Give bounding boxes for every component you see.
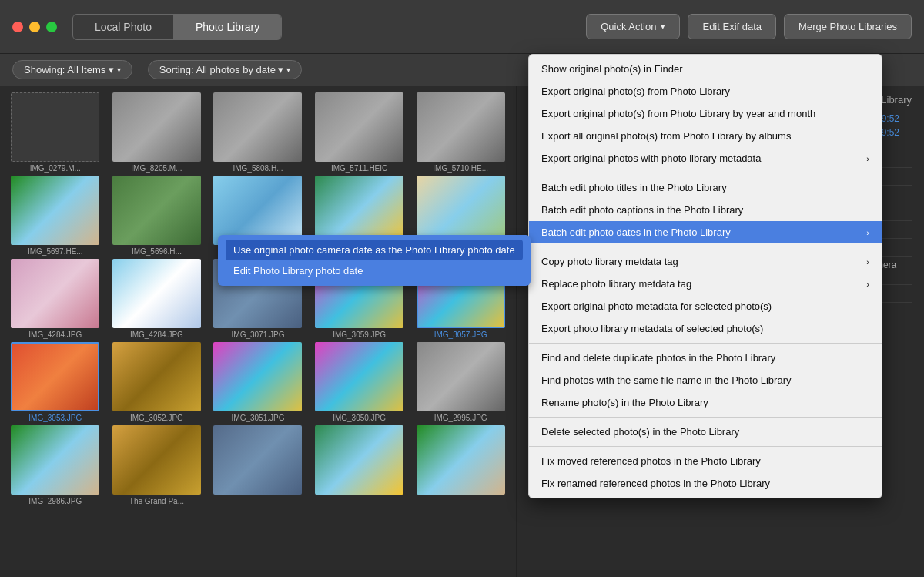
menu-item[interactable]: Copy photo library metdata tag›	[529, 250, 882, 273]
photo-label: IMG_3057.JPG	[434, 330, 487, 339]
merge-libraries-button[interactable]: Merge Photo Libraries	[784, 14, 912, 39]
sub-popup-item-edit-date[interactable]: Edit Photo Library photo date	[226, 260, 523, 281]
menu-item[interactable]: Find photos with the same file name in t…	[529, 369, 882, 391]
minimize-button[interactable]	[29, 22, 40, 32]
menu-item[interactable]: Fix renamed referenced photos in the Pho…	[529, 472, 882, 495]
tab-photo-library[interactable]: Photo Library	[174, 15, 281, 39]
close-button[interactable]	[12, 22, 23, 32]
tab-local-photo[interactable]: Local Photo	[73, 15, 174, 39]
batch-date-submenu: Use original photo camera date as the Ph…	[218, 235, 531, 286]
title-bar: Local Photo Photo Library Quick Action E…	[0, 0, 924, 54]
menu-item[interactable]: Delete selected photo(s) in the Photo Li…	[529, 421, 882, 443]
photo-item[interactable]	[310, 425, 409, 505]
traffic-lights	[12, 22, 57, 32]
menu-item[interactable]: Replace photo library metdata tag›	[529, 273, 882, 295]
photo-item[interactable]: IMG_0279.M...	[6, 92, 105, 173]
photo-label: IMG_3052.JPG	[130, 414, 183, 422]
photo-label: IMG_5710.HE...	[433, 164, 488, 173]
photo-item[interactable]: IMG_4284.JPG	[6, 259, 105, 339]
photo-item[interactable]	[411, 425, 510, 505]
photo-label: IMG_5711.HEIC	[331, 164, 387, 173]
photo-label: IMG_0279.M...	[30, 164, 81, 173]
menu-item[interactable]: Fix moved referenced photos in the Photo…	[529, 450, 882, 472]
photo-label: IMG_8205.M...	[131, 164, 182, 173]
photo-item[interactable]: IMG_4284.JPG	[108, 259, 206, 339]
menu-item[interactable]: Show original photo(s) in Finder	[529, 58, 882, 80]
quick-action-dropdown: Show original photo(s) in FinderExport o…	[528, 54, 882, 498]
menu-separator	[529, 173, 882, 173]
submenu-arrow-icon: ›	[866, 228, 869, 237]
menu-item[interactable]: Batch edit photo dates in the Photo Libr…	[529, 221, 882, 243]
submenu-arrow-icon: ›	[866, 257, 869, 267]
photo-label: IMG_3050.JPG	[333, 414, 386, 422]
quick-action-button[interactable]: Quick Action	[586, 14, 680, 39]
menu-item[interactable]: Batch edit photo titles in the Photo Lib…	[529, 176, 882, 199]
photo-label: IMG_5696.H...	[132, 247, 182, 256]
tab-group: Local Photo Photo Library	[72, 14, 282, 40]
photo-item[interactable]: IMG_3052.JPG	[108, 342, 206, 422]
photo-item[interactable]: IMG_3053.JPG	[6, 342, 105, 422]
photo-label: The Grand Pa...	[129, 497, 184, 505]
photo-label: IMG_4284.JPG	[130, 330, 183, 339]
menu-item[interactable]: Export all original photo(s) from Photo …	[529, 125, 882, 147]
menu-item[interactable]: Batch edit photo captions in the Photo L…	[529, 199, 882, 221]
photo-item[interactable]: IMG_5711.HEIC	[310, 92, 409, 173]
menu-item[interactable]: Export original photo(s) from Photo Libr…	[529, 102, 882, 125]
maximize-button[interactable]	[46, 22, 57, 32]
photo-item[interactable]: The Grand Pa...	[108, 425, 206, 505]
sorting-filter[interactable]: Sorting: All photos by date ▾	[148, 60, 303, 79]
menu-item[interactable]: Export original photos with photo librar…	[529, 147, 882, 169]
photo-label: IMG_3071.JPG	[232, 330, 285, 339]
photo-label: IMG_5697.HE...	[28, 247, 83, 256]
photo-item[interactable]: IMG_8205.M...	[108, 92, 206, 173]
photo-item[interactable]: IMG_5808.H...	[209, 92, 307, 173]
photo-item[interactable]: IMG_5696.H...	[108, 176, 206, 256]
sub-popup-item-camera-date[interactable]: Use original photo camera date as the Ph…	[226, 240, 523, 260]
header-actions: Quick Action Edit Exif data Merge Photo …	[586, 14, 912, 39]
menu-item[interactable]: Export photo library metadata of selecte…	[529, 317, 882, 340]
photo-grid: IMG_0279.M...IMG_8205.M...IMG_5808.H...I…	[6, 92, 510, 505]
photo-item[interactable]: IMG_2986.JPG	[6, 425, 105, 505]
edit-exif-button[interactable]: Edit Exif data	[688, 14, 776, 39]
photo-item[interactable]: IMG_3051.JPG	[209, 342, 307, 422]
photo-label: IMG_4284.JPG	[28, 330, 82, 339]
photo-item[interactable]: IMG_2995.JPG	[411, 342, 510, 422]
menu-separator	[529, 247, 882, 247]
photo-label: IMG_3059.JPG	[333, 330, 386, 339]
photo-label: IMG_3053.JPG	[28, 414, 82, 422]
photo-grid-container[interactable]: IMG_0279.M...IMG_8205.M...IMG_5808.H...I…	[0, 86, 516, 577]
menu-item[interactable]: Export original photo metadata for selec…	[529, 295, 882, 317]
menu-separator	[529, 343, 882, 344]
photo-item[interactable]: IMG_5710.HE...	[411, 92, 510, 173]
submenu-arrow-icon: ›	[866, 154, 869, 163]
menu-separator	[529, 446, 882, 447]
photo-item[interactable]: IMG_5697.HE...	[6, 176, 105, 256]
menu-item[interactable]: Export original photo(s) from Photo Libr…	[529, 80, 882, 102]
menu-item[interactable]: Rename photo(s) in the Photo Library	[529, 391, 882, 414]
photo-item[interactable]	[209, 425, 307, 505]
photo-label: IMG_3051.JPG	[232, 414, 285, 422]
photo-item[interactable]: IMG_3050.JPG	[310, 342, 409, 422]
menu-item[interactable]: Find and delete duplicate photos in the …	[529, 347, 882, 369]
photo-label: IMG_2995.JPG	[434, 414, 487, 422]
menu-separator	[529, 417, 882, 418]
photo-label: IMG_5808.H...	[233, 164, 283, 173]
showing-filter[interactable]: Showing: All Items ▾	[12, 60, 132, 79]
photo-label: IMG_2986.JPG	[28, 497, 82, 505]
submenu-arrow-icon: ›	[866, 280, 869, 289]
